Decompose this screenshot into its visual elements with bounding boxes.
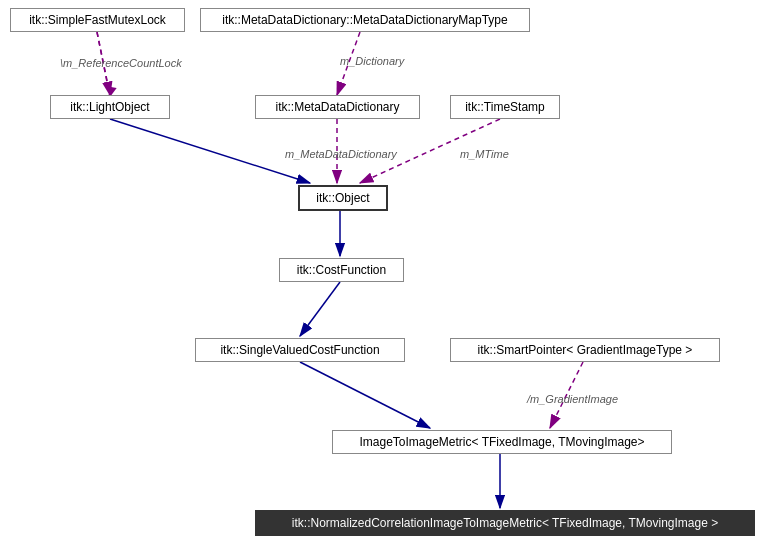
label-metadata-dictionary: m_MetaDataDictionary [285, 148, 397, 160]
svg-line-12 [300, 362, 430, 428]
node-timestamp: itk::TimeStamp [450, 95, 560, 119]
node-cost-function: itk::CostFunction [279, 258, 404, 282]
label-mtime: m_MTime [460, 148, 509, 160]
node-single-valued-cost-function: itk::SingleValuedCostFunction [195, 338, 405, 362]
node-object: itk::Object [298, 185, 388, 211]
svg-line-6 [110, 119, 310, 183]
label-gradient-image: /m_GradientImage [527, 393, 618, 405]
node-metadata-dictionary: itk::MetaDataDictionary [255, 95, 420, 119]
node-simple-fast-mutex-lock: itk::SimpleFastMutexLock [10, 8, 185, 32]
svg-line-10 [300, 282, 340, 336]
label-dictionary: m_Dictionary [340, 55, 404, 67]
diagram-container: itk::SimpleFastMutexLock itk::MetaDataDi… [0, 0, 780, 541]
node-smart-pointer: itk::SmartPointer< GradientImageType > [450, 338, 720, 362]
node-normalized-correlation: itk::NormalizedCorrelationImageToImageMe… [255, 510, 755, 536]
node-image-to-image-metric: ImageToImageMetric< TFixedImage, TMoving… [332, 430, 672, 454]
label-ref-count-lock: \m_ReferenceCountLock [60, 57, 182, 69]
node-light-object: itk::LightObject [50, 95, 170, 119]
node-metadata-dictionary-map-type: itk::MetaDataDictionary::MetaDataDiction… [200, 8, 530, 32]
